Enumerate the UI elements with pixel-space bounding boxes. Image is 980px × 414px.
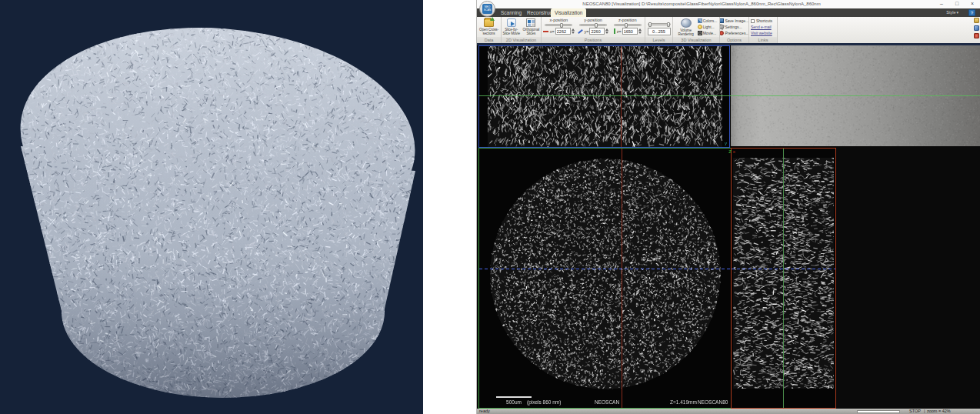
neoscan-app-window: NEOSCAN80 [Visualization] D:\Results\com… [477, 0, 980, 414]
save-image-button[interactable]: Save Image... [720, 18, 748, 24]
y-spinner-buttons[interactable] [605, 28, 608, 35]
slice-by-slice-movie-button[interactable]: Slice-by-Slice Movie [502, 18, 522, 36]
volume-rendering-label: Volume Rendering [675, 28, 697, 37]
y-slider-thumb[interactable] [595, 23, 598, 28]
crosshair-x-line[interactable] [621, 46, 622, 147]
group-label-levels: Levels [645, 37, 672, 43]
ribbon: Open Cross-sections Data Slice-by-Slice … [477, 17, 980, 43]
chevron-down-icon: ▾ [956, 10, 958, 15]
volume-rendering-button[interactable]: Volume Rendering [675, 18, 697, 37]
x-position-control: x-position x= [542, 18, 576, 35]
tab-scanning[interactable]: Scanning [497, 8, 525, 17]
panel-xy-slice[interactable]: Z 500um (pixels 860 nm) NEOSCAN Z=1.419m… [478, 148, 735, 409]
style-label: Style [946, 10, 955, 15]
x-slider-thumb[interactable] [560, 23, 563, 28]
preferences-label: Preferences... [725, 31, 748, 35]
z-position-input[interactable] [622, 28, 638, 35]
colors-button[interactable]: Colors... [698, 18, 718, 24]
orthogonal-slices-icon [526, 18, 535, 27]
x-position-label: x-position [550, 18, 568, 22]
group-label-2d: 2D Visualization [502, 37, 541, 43]
shortcuts-checkbox[interactable] [751, 19, 755, 23]
ribbon-group-3d-visualization: Volume Rendering Colors... Light... [673, 17, 720, 43]
levels-max-thumb[interactable] [667, 22, 670, 27]
settings-label: Settings... [725, 25, 742, 29]
z-axis-icon [614, 28, 615, 34]
z-position-label: z-position [618, 18, 637, 22]
scale-bar [496, 396, 532, 398]
levels-min-thumb[interactable] [648, 22, 652, 27]
light-button[interactable]: Light... [698, 24, 718, 30]
y-position-slider[interactable] [579, 24, 607, 26]
maximize-button[interactable]: □ [949, 0, 965, 8]
crosshair-y-line-xy[interactable] [479, 269, 734, 269]
levels-range-slider[interactable] [648, 23, 671, 25]
group-label-positions: Positions [542, 37, 645, 43]
z-slider-thumb[interactable] [625, 23, 628, 28]
app-logo: NEO SCAN [482, 4, 492, 14]
visit-website-link[interactable]: Visit website [751, 30, 772, 36]
edge-mini-toolbar [974, 18, 979, 41]
crosshair-x-line-xy[interactable] [622, 149, 622, 408]
movie-label: Movie... [703, 31, 717, 35]
orthogonal-slices-button[interactable]: Orthogonal Slices [522, 18, 542, 36]
y-position-input[interactable] [589, 28, 605, 35]
save-image-label: Save Image... [725, 18, 748, 23]
shortcuts-checkbox-row[interactable]: Shortcuts [751, 18, 772, 24]
z-position-control: z-position z= [610, 18, 645, 35]
panel-xz-slice[interactable]: y [478, 45, 730, 148]
crosshair-z-line[interactable] [478, 95, 980, 96]
z-position-slider[interactable] [614, 24, 642, 26]
new-document-icon[interactable] [974, 18, 979, 23]
group-label-3d: 3D Visualization [673, 37, 719, 43]
x-prefix: x= [550, 29, 555, 34]
x-position-slider[interactable] [545, 24, 572, 26]
crosshair-y-line-yz[interactable] [732, 269, 835, 269]
ribbon-tab-bar: NEO SCAN Scanning Reconstruction Visuali… [477, 8, 980, 17]
tab-visualization[interactable]: Visualization [551, 8, 586, 17]
close-button[interactable]: × [965, 0, 980, 8]
app-menu-button[interactable]: NEO SCAN [479, 1, 495, 17]
help-icon[interactable]: ? [968, 9, 975, 16]
titlebar: NEOSCAN80 [Visualization] D:\Results\com… [477, 0, 980, 8]
levels-range-box[interactable]: 0...255 [648, 28, 671, 35]
crosshair-z-line-yz[interactable] [783, 149, 784, 408]
panel-yz-slice[interactable]: x [731, 148, 836, 409]
send-email-link[interactable]: Send e-mail [751, 24, 772, 30]
xy-slice-image [479, 149, 734, 408]
group-label-links: Links [749, 37, 777, 43]
slice-movie-label: Slice-by-Slice Movie [502, 28, 522, 36]
status-bar: ready STOP | zoom = 42% [477, 409, 980, 414]
preferences-icon [720, 31, 724, 35]
axis-label-x: x [733, 149, 735, 155]
z-spinner-buttons[interactable] [638, 28, 642, 35]
colors-label: Colors... [703, 18, 718, 23]
x-position-input[interactable] [555, 28, 571, 35]
movie-button[interactable]: Movie... [698, 30, 718, 36]
shortcuts-label: Shortcuts [756, 18, 772, 23]
ribbon-group-2d-visualization: Slice-by-Slice Movie Orthogonal Slices 2… [502, 17, 542, 43]
favorites-icon[interactable] [974, 33, 979, 38]
y-axis-icon [578, 28, 583, 33]
z-position-readout: Z=1.419mm [670, 399, 697, 405]
screenshot-root: NEOSCAN80 [Visualization] D:\Results\com… [0, 0, 980, 414]
status-text: ready [479, 409, 490, 414]
minimize-button[interactable]: – [934, 0, 949, 8]
brand-watermark: NEOSCAN [595, 399, 619, 405]
open-crosssections-button[interactable]: Open Cross-sections [478, 18, 501, 36]
wrench-icon [720, 24, 725, 30]
light-label: Light... [703, 25, 715, 29]
ribbon-group-positions: x-position x= y-position [542, 17, 645, 43]
volume-render-3d [0, 0, 423, 414]
stop-button[interactable]: STOP [909, 409, 921, 414]
xz-slice-image [479, 46, 729, 147]
preferences-button[interactable]: Preferences... [720, 30, 748, 36]
x-axis-icon [543, 31, 548, 32]
play-icon [507, 18, 516, 27]
edit-pencil-icon[interactable] [974, 25, 979, 31]
style-selector[interactable]: Style▾ [946, 8, 958, 17]
x-spinner-buttons[interactable] [572, 28, 575, 35]
ribbon-group-data: Open Cross-sections Data [477, 17, 502, 43]
pixel-size-label: (pixels 860 nm) [527, 399, 561, 405]
settings-button[interactable]: Settings... [720, 24, 748, 30]
